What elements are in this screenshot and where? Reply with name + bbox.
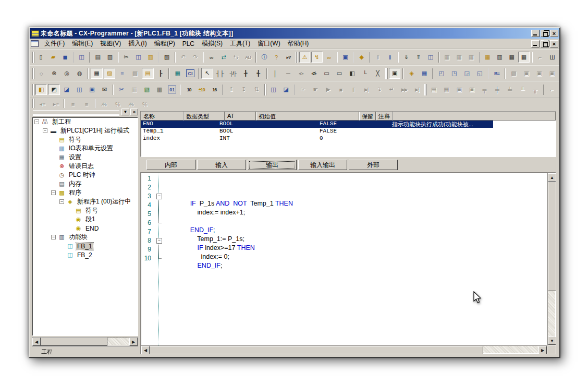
tree-item-programs[interactable]: − ▩ 程序 bbox=[32, 188, 138, 197]
editor-vertical-scrollbar[interactable]: ▲ ▼ bbox=[547, 173, 556, 345]
sma-table-button[interactable]: ▦ bbox=[172, 68, 183, 79]
find-replace-button[interactable]: ⇄ bbox=[218, 52, 229, 63]
paste-button[interactable]: ▥ bbox=[145, 52, 156, 63]
st-code-editor[interactable]: 1 2 3 bbox=[140, 172, 556, 354]
menu-simulation[interactable]: 模拟(S) bbox=[198, 38, 226, 49]
copy-button[interactable]: ◫ bbox=[133, 52, 144, 63]
tree-item-plc[interactable]: − ▬ 新PLC1[CP1H] 运行模式 bbox=[32, 126, 138, 135]
code-line[interactable]: 10 END_IF; bbox=[141, 254, 547, 262]
sim-online-button[interactable]: ◫ bbox=[267, 84, 279, 95]
output-window-button[interactable]: ◪ bbox=[61, 84, 72, 95]
scrollbar-thumb[interactable] bbox=[41, 338, 107, 346]
symbol-display-button[interactable]: ▨ bbox=[104, 68, 116, 79]
sim-run-button[interactable]: ▶ bbox=[323, 84, 334, 95]
print-button[interactable]: ▤ bbox=[92, 52, 103, 63]
memory-bar-1-button[interactable]: ▤ bbox=[428, 84, 439, 95]
panel-dropdown-button[interactable]: ▼ bbox=[121, 109, 129, 115]
child-restore-button[interactable] bbox=[541, 40, 549, 47]
workspace-button[interactable]: ◧ bbox=[35, 84, 47, 95]
menu-file[interactable]: 文件(F) bbox=[41, 38, 68, 49]
tree-item-memory[interactable]: ▤ 内存 bbox=[32, 179, 138, 188]
table-header-cell[interactable]: 数据类型 bbox=[183, 112, 225, 121]
menu-insert[interactable]: 插入(I) bbox=[125, 38, 150, 49]
gray-box-4-button[interactable]: ▣ bbox=[546, 68, 558, 79]
transfer-online-button[interactable]: ◆ bbox=[356, 52, 367, 63]
zoom-cut-button[interactable]: ⊗ bbox=[48, 68, 60, 79]
window-box-button[interactable]: ▣ bbox=[389, 68, 401, 79]
table-header-cell[interactable]: 初始值 bbox=[256, 112, 359, 121]
fold-marker[interactable] bbox=[155, 200, 163, 209]
zoom-small-button[interactable]: ◌ bbox=[35, 68, 47, 79]
cut-button[interactable]: ✂ bbox=[121, 52, 132, 63]
tree-item-io-table[interactable]: ▥ IO表和单元设置 bbox=[32, 144, 138, 153]
info-button[interactable]: ⓘ bbox=[259, 52, 270, 63]
tree-item-function-blocks[interactable]: − ▥ 功能块 bbox=[32, 233, 138, 242]
code-line[interactable]: 1 bbox=[141, 174, 547, 183]
zoom-out-button[interactable]: ◍ bbox=[74, 68, 86, 79]
panel-close-button[interactable]: × bbox=[130, 109, 138, 115]
tree-expand-box[interactable]: − bbox=[34, 119, 39, 124]
scrollbar-track[interactable] bbox=[483, 346, 538, 353]
scrollbar-thumb[interactable] bbox=[548, 182, 556, 291]
gray-box-2-button[interactable]: ▣ bbox=[521, 68, 533, 79]
fold-marker[interactable] bbox=[155, 227, 163, 236]
upload-from-plc-button[interactable]: ⇑ bbox=[413, 52, 424, 63]
delete-line-button[interactable]: ╳ bbox=[372, 68, 384, 79]
restore-button[interactable] bbox=[541, 30, 549, 37]
fold-marker[interactable] bbox=[155, 183, 163, 191]
watch-window-2-button[interactable]: ◫ bbox=[74, 84, 85, 95]
table-row[interactable]: index INT 0 bbox=[141, 135, 556, 142]
tab-internal[interactable]: 内部 bbox=[146, 160, 195, 170]
memory-bar-4-button[interactable]: ▣ bbox=[466, 84, 477, 95]
table-header-cell[interactable]: 保留 bbox=[359, 112, 376, 121]
monitor-window-1-button[interactable]: ▦ bbox=[442, 52, 452, 63]
menu-help[interactable]: 帮助(H) bbox=[284, 38, 313, 49]
scroll-down-icon[interactable]: ▼ bbox=[548, 337, 556, 345]
monitor-data-button[interactable]: ▦ bbox=[506, 52, 517, 63]
sim-step-button[interactable]: ▶| bbox=[361, 84, 372, 95]
monitor-window-3-button[interactable]: ▦ bbox=[466, 52, 476, 63]
binary-view-button[interactable]: 01 bbox=[166, 84, 178, 95]
minimize-button[interactable] bbox=[531, 30, 540, 37]
project-workspace-tab[interactable]: 工程 bbox=[32, 347, 62, 356]
new-contact-button[interactable]: ┤├ bbox=[214, 68, 226, 79]
tree-item-fb-2[interactable]: ◫ FB_2 bbox=[32, 250, 138, 259]
download-to-plc-button[interactable]: ⇓ bbox=[401, 52, 412, 63]
properties-button[interactable]: ✉ bbox=[99, 84, 111, 95]
new-file-button[interactable]: ▯ bbox=[35, 52, 46, 63]
fold-marker[interactable] bbox=[155, 218, 163, 227]
sim-step-in-button[interactable]: ↴ bbox=[373, 84, 385, 95]
table-header-cell[interactable]: 名称 bbox=[141, 112, 183, 121]
scrollbar-track[interactable] bbox=[107, 338, 129, 345]
clipboard-view-button[interactable]: ▥ bbox=[154, 84, 165, 95]
tree-item-plc-clock[interactable]: ◷ PLC 时钟 bbox=[32, 171, 138, 179]
replace-ab-button[interactable]: AB bbox=[242, 52, 253, 63]
tree-expand-box[interactable]: − bbox=[43, 128, 47, 133]
tree-item-settings[interactable]: ▦ 设置 bbox=[32, 153, 138, 162]
rung-comment-button[interactable]: ▤ bbox=[142, 68, 154, 79]
vertical-line-button[interactable]: │ bbox=[270, 68, 281, 79]
pause-button[interactable]: ‖ bbox=[385, 52, 396, 63]
zoom-in-button[interactable]: ◎ bbox=[61, 68, 73, 79]
save-button[interactable]: ◼ bbox=[60, 52, 71, 63]
sim-fast-forward-button[interactable]: ▶▶ bbox=[398, 84, 410, 95]
online-edit-button[interactable]: ▣ bbox=[340, 52, 351, 63]
sim-stop-button[interactable]: ■ bbox=[335, 84, 347, 95]
tree-horizontal-scrollbar[interactable]: ◀ ▶ bbox=[32, 337, 138, 345]
memory-bar-9-button[interactable]: ╥ bbox=[530, 84, 541, 95]
tree-item-fb-1[interactable]: ◫ FB_1 bbox=[32, 242, 138, 250]
scroll-up-icon[interactable]: ▲ bbox=[548, 173, 556, 182]
undo-button[interactable]: ↶ bbox=[178, 52, 189, 63]
io-box-1-button[interactable]: ◰ bbox=[435, 68, 447, 79]
menu-program[interactable]: 编程(P) bbox=[151, 38, 179, 49]
table-header-cell[interactable]: AT bbox=[225, 112, 256, 121]
open-file-button[interactable]: ▰ bbox=[47, 52, 58, 63]
stack-button[interactable]: ◈ bbox=[406, 68, 418, 79]
step-trace-button[interactable]: ⌐ bbox=[535, 52, 546, 63]
ci-edit-button[interactable]: CI bbox=[185, 68, 197, 79]
horizontal-line-button[interactable]: ─ bbox=[283, 68, 295, 79]
tree-item-section-1[interactable]: ◉ 段1 bbox=[32, 215, 138, 224]
new-or-closed-contact-button[interactable]: ╉ bbox=[253, 68, 265, 79]
tree-display-button[interactable]: ┠ bbox=[155, 68, 167, 79]
sim-hand-1-button[interactable]: ☞ bbox=[297, 84, 309, 95]
